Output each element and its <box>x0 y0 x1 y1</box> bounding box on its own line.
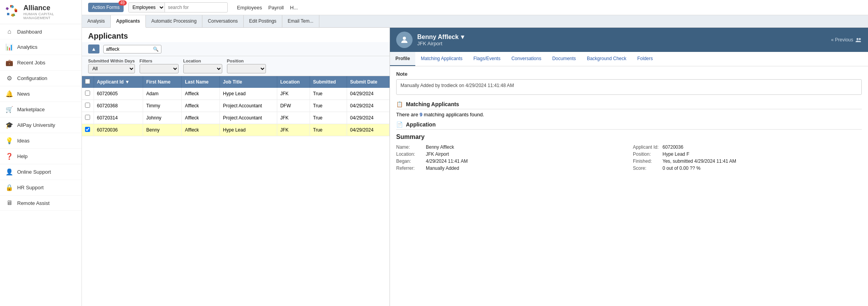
row-checkbox[interactable] <box>85 103 90 108</box>
summary-referrer-row: Referrer: Manually Added <box>396 165 625 172</box>
nav-link-employees[interactable]: Employees <box>237 5 262 11</box>
nav-link-payroll[interactable]: Payroll <box>268 5 284 11</box>
table-row[interactable]: 60720314 Johnny Affleck Project Accounta… <box>82 112 390 124</box>
sidebar-item-label: Help <box>17 153 76 159</box>
sidebar-item-hr-support[interactable]: 🔒 HR Support <box>0 180 81 196</box>
sidebar-item-label: Dashboard <box>17 29 76 35</box>
applicants-toolbar: ▲ 🔍 <box>82 42 390 56</box>
row-location: JFK <box>277 124 310 136</box>
summary-began-value: 4/29/2024 11:41 AM <box>426 158 468 164</box>
note-section: Note Manually Added by trodieck on 4/29/… <box>396 71 862 95</box>
applicants-table: Applicant Id ▼ First Name Last Name Job … <box>82 76 390 136</box>
position-select[interactable] <box>227 64 266 73</box>
sidebar-item-dashboard[interactable]: ⌂ Dashboard <box>0 24 81 39</box>
position-label: Position <box>227 59 266 63</box>
row-submitted: True <box>310 124 347 136</box>
sidebar-item-help[interactable]: ❓ Help <box>0 149 81 164</box>
summary-applicant-id-value: 60720036 <box>663 144 683 150</box>
right-panel-header: Benny Affleck ▾ JFK Airport « Previous <box>390 28 868 52</box>
table-row[interactable]: 60720036 Benny Affleck Hype Lead JFK Tru… <box>82 124 390 136</box>
row-first-name: Timmy <box>143 100 182 112</box>
ideas-icon: 💡 <box>5 137 13 144</box>
table-row[interactable]: 60720605 Adam Affleck Hype Lead JFK True… <box>82 88 390 100</box>
profile-tab-profile[interactable]: Profile <box>390 52 415 66</box>
row-job-title: Hype Lead <box>220 124 277 136</box>
search-category-select[interactable]: Employees Jobs Applicants <box>129 3 165 12</box>
table-row[interactable]: 60720368 Timmy Affleck Project Accountan… <box>82 100 390 112</box>
sidebar-item-news[interactable]: 🔔 News <box>0 86 81 102</box>
profile-tab-documents[interactable]: Documents <box>547 52 581 66</box>
row-checkbox-cell <box>82 100 94 112</box>
row-checkbox[interactable] <box>85 115 90 120</box>
applicant-search-input[interactable] <box>106 46 153 52</box>
sidebar-item-label: Ideas <box>17 138 76 144</box>
row-submitted: True <box>310 88 347 100</box>
location-select[interactable] <box>183 64 222 73</box>
submitted-within-days-select[interactable]: All 7 14 30 60 90 <box>88 64 135 73</box>
row-first-name: Johnny <box>143 112 182 124</box>
row-checkbox-cell <box>82 112 94 124</box>
filters-select[interactable] <box>140 64 179 73</box>
sidebar: Alliance HUMAN CAPITAL MANAGEMENT ⌂ Dash… <box>0 0 82 306</box>
table-header-first-name: First Name <box>143 76 182 88</box>
row-applicant-id: 60720605 <box>94 88 143 100</box>
tab-edit-postings[interactable]: Edit Postings <box>244 15 282 27</box>
profile-tab-flags-events[interactable]: Flags/Events <box>468 52 506 66</box>
main-area: Action Forms 49 Employees Jobs Applicant… <box>82 0 868 306</box>
summary-location-label: Location: <box>396 151 423 157</box>
applicant-name-area: Benny Affleck ▾ JFK Airport <box>417 33 826 46</box>
profile-tab-conversations[interactable]: Conversations <box>506 52 547 66</box>
row-last-name: Affleck <box>182 124 220 136</box>
submitted-within-days-filter: Submitted Within Days All 7 14 30 60 90 <box>88 59 135 73</box>
tab-conversations[interactable]: Conversations <box>202 15 244 27</box>
sidebar-item-allpay-university[interactable]: 🎓 AllPay University <box>0 117 81 133</box>
sidebar-item-label: News <box>17 91 76 97</box>
row-checkbox[interactable] <box>85 127 90 132</box>
previous-users-icon <box>856 37 862 43</box>
profile-tab-matching-applicants[interactable]: Matching Applicants <box>415 52 468 66</box>
previous-button[interactable]: « Previous <box>831 37 862 43</box>
tab-applicants[interactable]: Applicants <box>111 15 146 28</box>
row-checkbox[interactable] <box>85 91 90 96</box>
action-forms-button[interactable]: Action Forms 49 <box>88 3 124 12</box>
allpay-university-icon: 🎓 <box>5 121 13 129</box>
sidebar-item-label: Marketplace <box>17 107 76 112</box>
dashboard-icon: ⌂ <box>5 28 13 35</box>
select-all-checkbox[interactable] <box>85 79 90 84</box>
summary-location-value: JFK Airport <box>426 151 449 157</box>
tab-analysis[interactable]: Analysis <box>82 15 111 27</box>
matching-text: There are 9 matching applicants found. <box>396 112 862 117</box>
dropdown-icon[interactable]: ▾ <box>461 33 464 41</box>
sidebar-item-recent-jobs[interactable]: 💼 Recent Jobs <box>0 55 81 71</box>
matching-applicants-section-heading: 📋 Matching Applicants <box>396 101 862 109</box>
summary-position-label: Position: <box>633 151 660 157</box>
nav-link-h[interactable]: H... <box>290 5 298 11</box>
row-location: JFK <box>277 112 310 124</box>
collapse-button[interactable]: ▲ <box>88 44 99 53</box>
sidebar-item-label: Analytics <box>17 44 76 50</box>
sidebar-item-ideas[interactable]: 💡 Ideas <box>0 133 81 149</box>
summary-position-value: Hype Lead F <box>663 151 689 157</box>
configuration-icon: ⚙ <box>5 75 13 82</box>
sidebar-item-label: HR Support <box>17 185 76 190</box>
summary-name-row: Name: Benny Affleck <box>396 144 625 151</box>
application-section-heading: 📄 Application <box>396 121 862 130</box>
sidebar-item-online-support[interactable]: 👤 Online Support <box>0 164 81 180</box>
application-section: 📄 Application Summary Name: Benny Afflec… <box>396 121 862 172</box>
profile-tab-background-check[interactable]: Background Check <box>581 52 632 66</box>
sidebar-item-marketplace[interactable]: 🛒 Marketplace <box>0 102 81 117</box>
search-input[interactable] <box>165 3 227 12</box>
sidebar-item-remote-assist[interactable]: 🖥 Remote Assist <box>0 196 81 211</box>
applicants-panel: Applicants ▲ 🔍 Submitted Within Days All… <box>82 28 390 306</box>
sidebar-item-configuration[interactable]: ⚙ Configuration <box>0 71 81 86</box>
sidebar-item-analytics[interactable]: 📊 Analytics <box>0 39 81 55</box>
profile-tab-folders[interactable]: Folders <box>632 52 658 66</box>
row-job-title: Project Accountant <box>220 112 277 124</box>
row-checkbox-cell <box>82 88 94 100</box>
search-bar: Employees Jobs Applicants <box>128 2 228 12</box>
person-icon <box>400 35 409 44</box>
table-header-submitted: Submitted <box>310 76 347 88</box>
profile-content: Note Manually Added by trodieck on 4/29/… <box>390 66 868 306</box>
tab-email-tem[interactable]: Email Tem... <box>282 15 319 27</box>
tab-automatic-processing[interactable]: Automatic Processing <box>146 15 202 27</box>
